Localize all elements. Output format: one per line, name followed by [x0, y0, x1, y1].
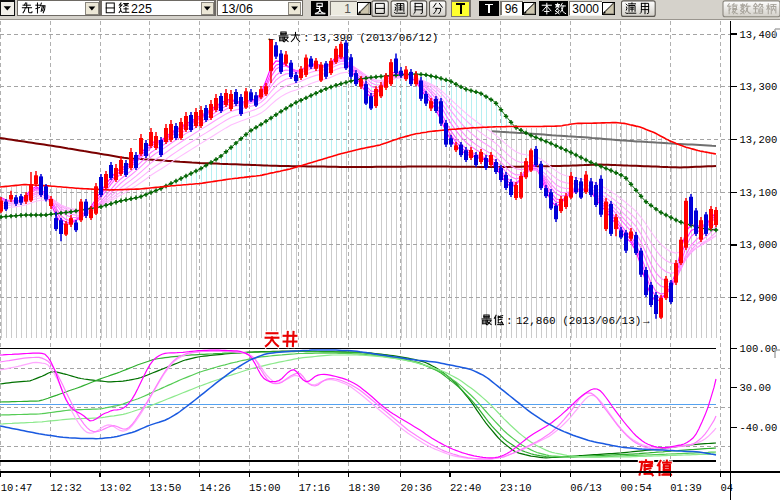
svg-text:←: ←: [266, 31, 277, 43]
svg-text:3000: 3000: [572, 2, 599, 16]
svg-text:30.00: 30.00: [740, 382, 772, 394]
svg-text:22:40: 22:40: [450, 482, 482, 494]
svg-text:1: 1: [344, 2, 351, 16]
svg-text:13,200: 13,200: [740, 134, 778, 146]
svg-text:13,000: 13,000: [740, 239, 778, 251]
svg-text:13:02: 13:02: [100, 482, 132, 494]
svg-text:06/13: 06/13: [570, 482, 602, 494]
svg-text:13,100: 13,100: [740, 187, 778, 199]
svg-text:00:54: 00:54: [620, 482, 652, 494]
svg-text:-40.00: -40.00: [740, 422, 778, 434]
svg-text:13,400: 13,400: [740, 29, 778, 41]
svg-text::: :: [506, 315, 513, 327]
svg-text:100.00: 100.00: [740, 343, 778, 355]
svg-text:12,860 (2013/06/13): 12,860 (2013/06/13): [516, 315, 641, 327]
svg-text:15:00: 15:00: [249, 482, 281, 494]
svg-text:13,390 (2013/06/12): 13,390 (2013/06/12): [313, 32, 438, 44]
svg-text:10:47: 10:47: [1, 482, 33, 494]
svg-text::: :: [303, 32, 310, 44]
svg-text:04: 04: [720, 482, 733, 494]
svg-text:14:26: 14:26: [199, 482, 231, 494]
svg-text:→: →: [641, 314, 652, 326]
svg-text:01:39: 01:39: [670, 482, 702, 494]
svg-text:20:36: 20:36: [401, 482, 433, 494]
svg-text:13:50: 13:50: [150, 482, 182, 494]
svg-text:96: 96: [505, 2, 519, 16]
svg-text:23:10: 23:10: [500, 482, 532, 494]
svg-text:225: 225: [131, 2, 152, 16]
svg-text:17:16: 17:16: [299, 482, 331, 494]
svg-text:18:30: 18:30: [349, 482, 381, 494]
svg-text:12:32: 12:32: [50, 482, 82, 494]
svg-text:13/06: 13/06: [222, 2, 253, 16]
svg-text:13,300: 13,300: [740, 81, 778, 93]
svg-text:12,900: 12,900: [740, 292, 778, 304]
